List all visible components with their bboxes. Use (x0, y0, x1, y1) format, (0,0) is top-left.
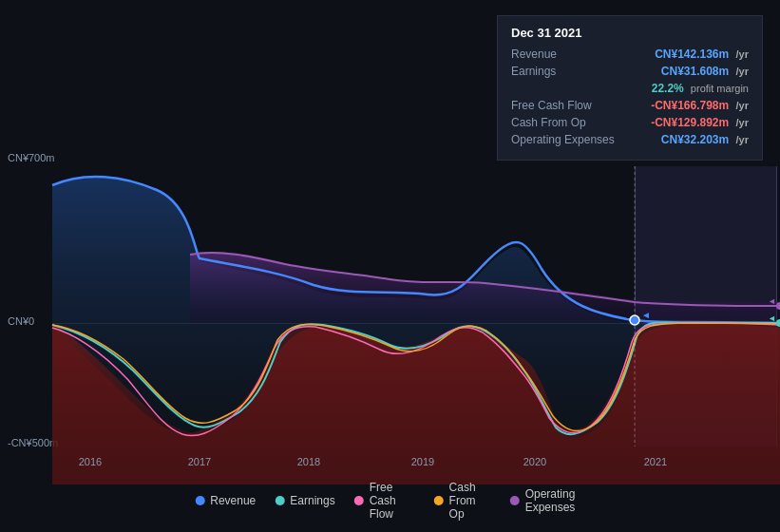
earnings-label: Earnings (511, 65, 625, 78)
legend-cashfromop[interactable]: Cash From Op (434, 481, 491, 521)
profit-value: 22.2% profit margin (652, 82, 749, 95)
cashfromop-legend-dot (434, 496, 444, 505)
x-label-2019: 2019 (411, 456, 434, 467)
legend-opex[interactable]: Operating Expenses (510, 487, 585, 514)
earnings-end-label: ◄ (768, 314, 776, 323)
revenue-legend-label: Revenue (210, 494, 256, 507)
tooltip-row-earnings: Earnings CN¥31.608m /yr (511, 65, 749, 78)
opex-end-label: ◄ (768, 296, 776, 306)
tooltip-row-cashfromop: Cash From Op -CN¥129.892m /yr (511, 116, 749, 129)
chart-legend: Revenue Earnings Free Cash Flow Cash Fro… (195, 481, 585, 521)
fcf-legend-label: Free Cash Flow (370, 481, 415, 521)
legend-earnings[interactable]: Earnings (275, 494, 334, 507)
opex-value: CN¥32.203m /yr (661, 133, 749, 146)
x-label-2017: 2017 (188, 456, 211, 467)
opex-legend-dot (510, 496, 520, 505)
x-label-2020: 2020 (523, 456, 546, 467)
revenue-value: CN¥142.136m /yr (655, 48, 749, 61)
earnings-value: CN¥31.608m /yr (661, 65, 749, 78)
revenue-dot-label: ◄ (641, 310, 651, 320)
x-label-2018: 2018 (297, 456, 320, 467)
earnings-legend-dot (275, 496, 284, 505)
tooltip-row-profit: 22.2% profit margin (511, 82, 749, 95)
opex-legend-label: Operating Expenses (525, 487, 585, 514)
fcf-value: -CN¥166.798m /yr (651, 99, 749, 112)
cashfromop-value: -CN¥129.892m /yr (651, 116, 749, 129)
tooltip-date: Dec 31 2021 (511, 26, 749, 40)
opex-label: Operating Expenses (511, 133, 625, 146)
x-label-2016: 2016 (79, 456, 102, 467)
cashfromop-legend-label: Cash From Op (449, 481, 491, 521)
fcf-label: Free Cash Flow (511, 99, 625, 112)
cashfromop-label: Cash From Op (511, 116, 625, 129)
legend-fcf[interactable]: Free Cash Flow (354, 481, 415, 521)
earnings-legend-label: Earnings (290, 494, 334, 507)
x-label-2021: 2021 (644, 456, 667, 467)
legend-revenue[interactable]: Revenue (195, 494, 256, 507)
tooltip-row-fcf: Free Cash Flow -CN¥166.798m /yr (511, 99, 749, 112)
fcf-legend-dot (354, 496, 364, 505)
revenue-legend-dot (195, 496, 204, 505)
revenue-dot (630, 315, 639, 325)
revenue-label: Revenue (511, 48, 625, 61)
tooltip-row-opex: Operating Expenses CN¥32.203m /yr (511, 133, 749, 146)
tooltip-row-revenue: Revenue CN¥142.136m /yr (511, 48, 749, 61)
tooltip-panel: Dec 31 2021 Revenue CN¥142.136m /yr Earn… (497, 15, 763, 161)
